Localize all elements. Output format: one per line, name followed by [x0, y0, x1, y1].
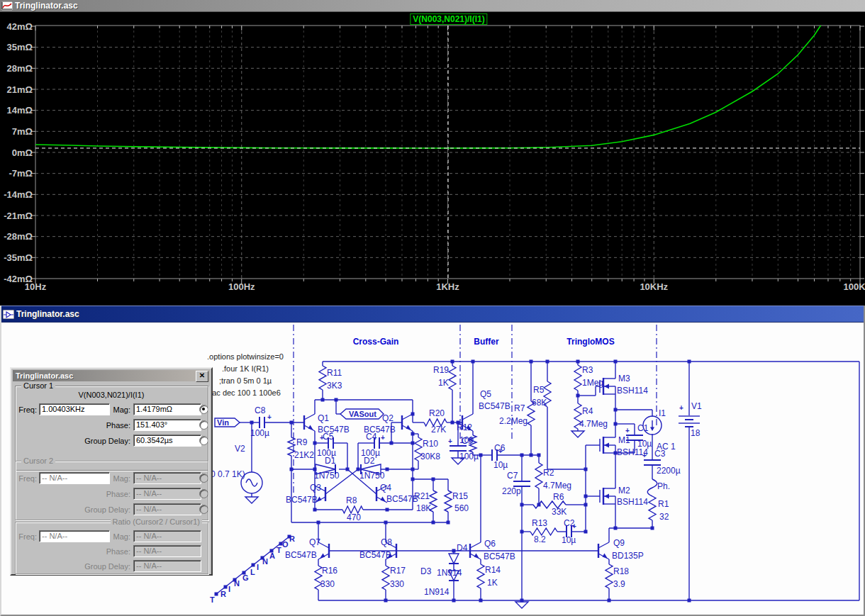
- x-axis-tick-label: 1KHz: [436, 281, 459, 292]
- cursor2-gd-field[interactable]: -- N/A--: [133, 503, 201, 515]
- y-axis-tick-label: 14mΩ: [7, 105, 33, 116]
- ratio-mag-field[interactable]: -- N/A--: [133, 530, 201, 542]
- y-axis-tick-label: 21mΩ: [7, 84, 33, 95]
- cursor2-phase-radio[interactable]: [199, 489, 208, 498]
- ratio-legend: Ratio (Cursor2 / Cursor1): [111, 517, 202, 526]
- cursor2-gd-label: Group Delay:: [75, 505, 130, 514]
- cursor2-legend: Cursor 2: [21, 457, 55, 465]
- cursor2-freq-label: Freq:: [13, 474, 37, 483]
- close-icon[interactable]: ✕: [196, 371, 208, 382]
- x-axis-tick-label: 10KHz: [640, 281, 668, 292]
- y-axis-tick-label: 42mΩ: [7, 21, 33, 32]
- y-axis-tick-label: -35mΩ: [4, 252, 33, 263]
- ratio-phase-label: Phase:: [96, 547, 130, 556]
- y-axis-tick-label: -21mΩ: [4, 211, 33, 221]
- plot-area[interactable]: 42mΩ35mΩ28mΩ21mΩ14mΩ7mΩ0mΩ-7mΩ-14mΩ-21mΩ…: [0, 0, 865, 306]
- cursor-dialog[interactable]: Tringlinator.asc ✕ Cursor 1 V(N003,N021)…: [10, 367, 213, 576]
- cursor1-mag-radio[interactable]: [199, 405, 208, 414]
- ratio-phase-field[interactable]: -- N/A--: [133, 545, 201, 557]
- ratio-mag-label: Mag:: [102, 532, 130, 541]
- ratio-gd-field[interactable]: -- N/A--: [133, 560, 201, 572]
- y-axis-tick-label: 35mΩ: [7, 42, 33, 52]
- trace-title[interactable]: V(N003,N021)/I(I1): [410, 13, 487, 25]
- schematic-window-title: Tringlinator.asc: [16, 309, 79, 319]
- y-axis-tick-label: -14mΩ: [4, 189, 33, 200]
- y-axis-tick-label: 7mΩ: [12, 126, 33, 137]
- cursor1-phase-field[interactable]: 151.403°: [133, 419, 201, 431]
- cursor-dialog-title: Tringlinator.asc: [13, 371, 73, 380]
- cursor2-gd-radio[interactable]: [199, 505, 208, 514]
- cursor1-gd-radio[interactable]: [199, 436, 208, 445]
- cursor2-mag-radio[interactable]: [199, 474, 208, 483]
- cursor1-legend: Cursor 1: [21, 381, 55, 390]
- cursor2-mag-label: Mag:: [102, 474, 130, 483]
- cursor2-phase-label: Phase:: [96, 490, 130, 498]
- x-axis-tick-label: 10Hz: [25, 281, 47, 292]
- schematic-titlebar[interactable]: Tringlinator.asc: [1, 306, 864, 323]
- x-axis-tick-label: 100Hz: [228, 281, 255, 292]
- y-axis-tick-label: 28mΩ: [7, 63, 33, 74]
- cursor1-gd-field[interactable]: 60.3542µs: [133, 435, 201, 447]
- ratio-freq-label: Freq:: [13, 532, 37, 541]
- cursor1-freq-field[interactable]: 1.00403KHz: [39, 403, 110, 415]
- waveform-window: Tringlinator.asc 42mΩ35mΩ28mΩ21mΩ14mΩ7mΩ…: [0, 0, 865, 306]
- cursor-dialog-titlebar[interactable]: Tringlinator.asc ✕: [13, 370, 210, 381]
- ratio-freq-field[interactable]: -- N/A--: [39, 530, 110, 542]
- cursor1-phase-label: Phase:: [96, 421, 130, 430]
- y-axis-tick-label: -7mΩ: [9, 168, 33, 179]
- cursor1-mag-field[interactable]: 1.4179mΩ: [133, 403, 201, 415]
- cursor2-freq-field[interactable]: -- N/A--: [39, 472, 110, 484]
- cursor2-phase-field[interactable]: -- N/A--: [133, 488, 201, 500]
- schematic-icon: [3, 310, 14, 319]
- cursor1-gd-label: Group Delay:: [75, 437, 130, 445]
- cursor1-phase-radio[interactable]: [199, 420, 208, 430]
- cursor2-mag-field[interactable]: -- N/A--: [133, 472, 201, 484]
- cursor1-trace-name: V(N003,N021)/I(I1): [11, 391, 211, 399]
- ltspice-screen: Tringlinator.asc 42mΩ35mΩ28mΩ21mΩ14mΩ7mΩ…: [0, 0, 865, 616]
- cursor1-freq-label: Freq:: [13, 405, 37, 414]
- y-axis-tick-label: -28mΩ: [4, 231, 33, 242]
- cursor1-mag-label: Mag:: [102, 405, 130, 414]
- ratio-gd-label: Group Delay:: [75, 562, 130, 571]
- x-axis-tick-label: 100KHz: [844, 281, 865, 292]
- y-axis-tick-label: 0mΩ: [12, 147, 33, 158]
